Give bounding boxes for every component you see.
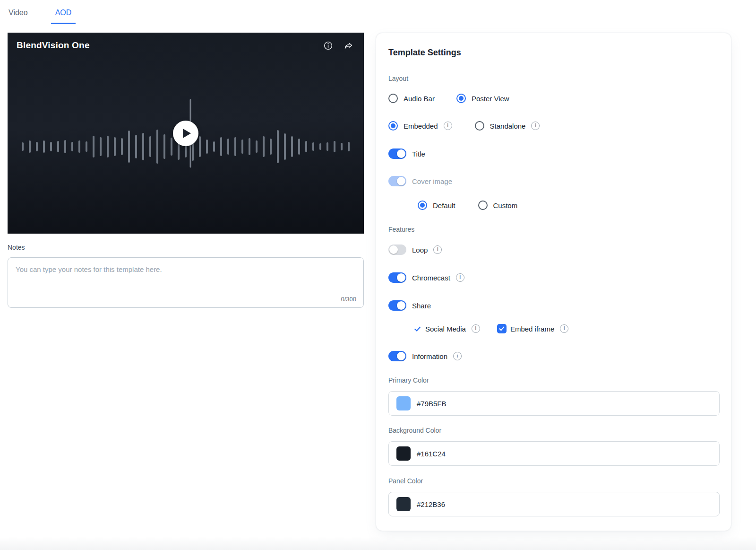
panel-color-label: Panel Color xyxy=(388,477,719,485)
chromecast-toggle-row: Chromecast i xyxy=(388,272,719,283)
primary-color-field[interactable]: #79B5FB xyxy=(388,391,720,416)
cover-image-options: Default Custom xyxy=(418,201,719,210)
information-info-icon[interactable]: i xyxy=(453,352,462,360)
tab-bar: Video AOD xyxy=(0,0,756,24)
radio-custom[interactable] xyxy=(478,201,488,210)
share-toggle-label: Share xyxy=(412,302,431,310)
tab-aod[interactable]: AOD xyxy=(51,8,76,24)
waveform-bar xyxy=(206,140,208,154)
play-icon xyxy=(183,129,191,138)
notes-char-counter: 0/300 xyxy=(341,296,356,303)
main-content: BlendVision One xyxy=(0,33,756,531)
chromecast-toggle[interactable] xyxy=(388,272,406,283)
notes-label: Notes xyxy=(8,244,364,251)
panel-color-field[interactable]: #212B36 xyxy=(388,492,720,516)
standalone-info-icon[interactable]: i xyxy=(531,122,540,130)
waveform-bar xyxy=(171,138,172,156)
waveform-bar xyxy=(22,142,24,151)
share-toggle[interactable] xyxy=(388,300,406,311)
info-circle-icon[interactable] xyxy=(323,41,333,51)
information-toggle[interactable] xyxy=(388,351,406,361)
waveform-bar xyxy=(149,136,151,157)
social-media-checkbox[interactable] xyxy=(413,324,421,333)
waveform-bar xyxy=(71,142,73,151)
panel-title: Template Settings xyxy=(388,48,719,58)
waveform-bar xyxy=(86,141,87,152)
layout-mode-options: Embedded i Standalone i xyxy=(388,121,719,131)
audio-player-preview: BlendVision One xyxy=(8,33,364,234)
waveform-bar xyxy=(341,143,343,150)
radio-poster-view-label: Poster View xyxy=(472,95,509,103)
player-actions xyxy=(323,41,353,51)
radio-poster-view[interactable] xyxy=(456,94,466,103)
background-color-value: #161C24 xyxy=(417,450,446,458)
background-color-field[interactable]: #161C24 xyxy=(388,441,720,466)
share-toggle-row: Share xyxy=(388,300,719,311)
cover-image-toggle-row: Cover image xyxy=(388,176,719,186)
waveform-bar xyxy=(348,142,350,151)
features-section-label: Features xyxy=(388,226,719,233)
radio-audio-bar[interactable] xyxy=(388,94,398,103)
waveform-bar xyxy=(36,142,38,151)
waveform-bar xyxy=(326,142,328,151)
embedded-info-icon[interactable]: i xyxy=(444,122,452,130)
loop-toggle[interactable] xyxy=(388,244,406,255)
radio-audio-bar-label: Audio Bar xyxy=(404,95,435,103)
waveform-bar xyxy=(284,133,286,160)
cover-image-toggle-label: Cover image xyxy=(412,177,452,185)
panel-color-value: #212B36 xyxy=(417,500,445,508)
waveform-bar xyxy=(241,140,243,154)
tab-video[interactable]: Video xyxy=(4,8,32,24)
radio-default[interactable] xyxy=(418,201,427,210)
waveform-bar xyxy=(100,137,102,156)
waveform-bar xyxy=(277,130,279,163)
waveform-bar xyxy=(163,134,165,159)
radio-standalone-label: Standalone xyxy=(490,122,526,130)
radio-standalone[interactable] xyxy=(475,121,484,131)
information-toggle-label: Information xyxy=(412,352,447,360)
layout-view-options: Audio Bar Poster View xyxy=(388,94,719,103)
primary-color-label: Primary Color xyxy=(388,376,719,384)
notes-box: 0/300 xyxy=(8,257,364,308)
share-options-row: Social Media i Embed iframe i xyxy=(413,324,719,333)
waveform-bar xyxy=(128,131,130,163)
panel-color-swatch xyxy=(396,497,411,511)
notes-input[interactable] xyxy=(8,258,363,295)
waveform-bar xyxy=(93,136,94,157)
embed-iframe-checkbox[interactable] xyxy=(497,324,507,333)
waveform-bar xyxy=(43,140,45,153)
background-color-label: Background Color xyxy=(388,427,719,434)
radio-embedded-label: Embedded xyxy=(404,122,438,130)
chromecast-info-icon[interactable]: i xyxy=(456,273,464,282)
share-arrow-icon[interactable] xyxy=(344,41,353,51)
layout-section-label: Layout xyxy=(388,75,719,82)
loop-toggle-label: Loop xyxy=(412,246,428,254)
waveform-bar xyxy=(312,142,314,151)
waveform-bar xyxy=(121,138,123,155)
waveform-bar xyxy=(319,143,321,150)
loop-toggle-row: Loop i xyxy=(388,244,719,255)
waveform-bar xyxy=(291,136,293,157)
social-media-info-icon[interactable]: i xyxy=(472,324,480,333)
embed-iframe-info-icon[interactable]: i xyxy=(560,324,568,333)
title-toggle[interactable] xyxy=(388,148,406,159)
cover-image-toggle[interactable] xyxy=(388,176,406,186)
waveform-bar xyxy=(199,136,201,157)
chromecast-toggle-label: Chromecast xyxy=(412,274,450,282)
waveform-wrap xyxy=(8,59,364,234)
embed-iframe-label: Embed iframe xyxy=(510,325,554,333)
waveform-bar xyxy=(234,137,236,156)
play-button[interactable] xyxy=(173,121,198,146)
player-title: BlendVision One xyxy=(17,40,90,51)
loop-info-icon[interactable]: i xyxy=(433,245,442,254)
radio-embedded[interactable] xyxy=(388,121,398,131)
waveform-bar xyxy=(142,133,144,160)
waveform-bar xyxy=(135,135,137,158)
radio-default-label: Default xyxy=(433,201,455,210)
waveform-bar xyxy=(156,130,158,164)
player-header: BlendVision One xyxy=(8,33,364,51)
title-toggle-row: Title xyxy=(388,148,719,159)
radio-custom-label: Custom xyxy=(493,201,518,210)
waveform-bar xyxy=(263,136,265,157)
information-toggle-row: Information i xyxy=(388,351,719,361)
